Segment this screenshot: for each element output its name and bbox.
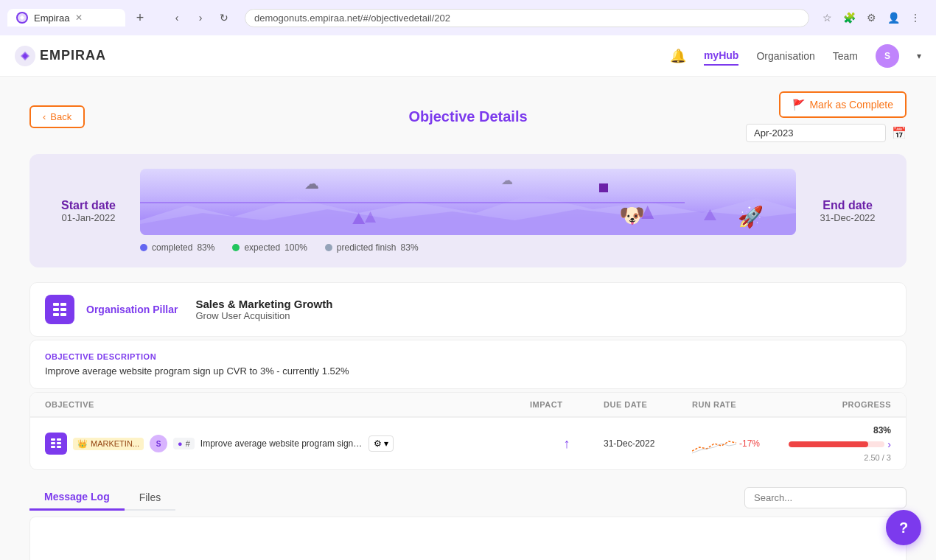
tab-message-log[interactable]: Message Log (29, 485, 125, 511)
address-bar[interactable]: demogonuts.empiraa.net/#/objectivedetail… (245, 9, 809, 27)
tab-close-button[interactable]: ✕ (75, 13, 83, 23)
back-button[interactable]: ‹ Back (29, 105, 85, 128)
gear-settings-button[interactable]: ⚙ ▾ (369, 435, 394, 452)
col-objective: OBJECTIVE (45, 400, 530, 409)
nav-organisation[interactable]: Organisation (756, 47, 814, 65)
gear-icon: ⚙ (374, 438, 382, 449)
predicted-dot (325, 244, 332, 251)
mountain-svg (140, 183, 796, 235)
run-rate-cell: -17% (692, 433, 780, 455)
impact-up-arrow-icon: ↑ (564, 436, 570, 452)
svg-rect-14 (51, 442, 55, 444)
avatar-sm-initial: S (156, 440, 161, 448)
notification-bell-icon[interactable]: 🔔 (670, 48, 686, 64)
pillar-details: Sales & Marketing Growth Grow User Acqui… (195, 298, 332, 321)
progress-cell: 83% › 2.50 / 3 (780, 425, 891, 462)
mark-complete-button[interactable]: 🚩 Mark as Complete (779, 91, 907, 118)
search-input[interactable] (744, 487, 907, 508)
pillar-sub: Grow User Acquisition (195, 310, 332, 321)
objective-table: OBJECTIVE IMPACT DUE DATE RUN RATE PROGR… (29, 392, 907, 470)
objective-description-section: OBJECTIVE DESCRIPTION Improve average we… (29, 340, 907, 389)
svg-rect-8 (53, 308, 59, 311)
pillar-icon (45, 295, 74, 324)
progress-count: 2.50 / 3 (864, 453, 891, 462)
reload-button[interactable]: ↻ (214, 7, 234, 28)
avatar-dropdown-chevron-icon[interactable]: ▾ (917, 51, 921, 61)
back-nav-button[interactable]: ‹ (167, 7, 187, 28)
nav-links: 🔔 myHub Organisation Team S ▾ (670, 44, 921, 68)
completed-dot (140, 244, 147, 251)
svg-rect-16 (51, 446, 55, 448)
progress-dot (599, 183, 608, 192)
expected-pct: 100% (284, 242, 307, 253)
progress-bar-outer (789, 441, 884, 447)
start-date-block: Start date 01-Jan-2022 (52, 199, 125, 223)
nav-myhub[interactable]: myHub (704, 46, 738, 66)
progress-legend: completed 83% expected 100% predicted fi… (140, 242, 796, 253)
run-rate-chart (692, 433, 736, 455)
marketing-label: MARKETIN... (91, 439, 139, 448)
progress-next-icon: › (887, 438, 891, 450)
rocket-icon: 🚀 (738, 205, 764, 229)
completed-pct: 83% (197, 242, 214, 253)
browser-nav-controls: ‹ › ↻ (161, 4, 240, 31)
hash-icon: # (186, 439, 190, 448)
progress-pct: 83% (873, 425, 891, 435)
legend-predicted: predicted finish 83% (325, 242, 419, 253)
predicted-label: predicted finish (337, 242, 397, 253)
date-input[interactable] (746, 124, 886, 142)
pillar-grid-icon (52, 301, 68, 318)
bookmark-icon[interactable]: ☆ (820, 10, 834, 25)
obj-desc-text: Improve average website program sign up … (45, 365, 891, 377)
browser-tab[interactable]: Empiraa ✕ (7, 9, 125, 27)
start-date-label: Start date (52, 199, 125, 212)
new-tab-button[interactable]: + (131, 9, 149, 27)
calendar-icon[interactable]: 📅 (892, 126, 907, 140)
page-title: Objective Details (408, 108, 527, 125)
end-date-block: End date 31-Dec-2022 (811, 199, 884, 223)
gear-dropdown-icon: ▾ (384, 438, 388, 449)
logo-text: EMPIRAA (40, 48, 106, 63)
forward-nav-button[interactable]: › (190, 7, 211, 28)
progress-line (140, 202, 685, 203)
flag-icon: 🚩 (792, 99, 805, 111)
timeline-illustration: 🐶 🚀 ☁ ☁ (140, 169, 796, 235)
legend-expected: expected 100% (232, 242, 307, 253)
user-avatar-sm: S (150, 435, 167, 452)
svg-rect-12 (51, 438, 55, 441)
app-logo[interactable]: EMPIRAA (15, 46, 106, 66)
nav-team[interactable]: Team (833, 47, 858, 65)
svg-rect-11 (60, 313, 66, 316)
back-chevron-icon: ‹ (43, 111, 46, 122)
pillar-label: Organisation Pillar (86, 304, 178, 315)
col-progress: PROGRESS (780, 400, 891, 409)
predicted-pct: 83% (401, 242, 419, 253)
avatar-initials: S (884, 51, 890, 61)
logo-icon (15, 46, 35, 66)
purple-dot-icon: ● (178, 439, 183, 448)
profile-icon[interactable]: 👤 (886, 10, 901, 25)
expected-dot (232, 244, 240, 251)
start-date-value: 01-Jan-2022 (52, 212, 125, 223)
end-date-label: End date (811, 199, 884, 212)
timeline-section: Start date 01-Jan-2022 (29, 154, 907, 267)
svg-rect-17 (57, 446, 61, 448)
col-impact: IMPACT (530, 400, 604, 409)
extensions-icon[interactable]: ⚙ (864, 10, 879, 25)
end-date-value: 31-Dec-2022 (811, 212, 884, 223)
help-button[interactable]: ? (886, 510, 921, 545)
cloud-icon-2: ☁ (501, 173, 513, 187)
crown-icon: 👑 (77, 439, 88, 449)
progress-bar-row: › (789, 438, 891, 450)
more-icon[interactable]: ⋮ (908, 10, 923, 25)
message-area[interactable] (29, 517, 907, 560)
extension-icon[interactable]: 🧩 (842, 10, 856, 25)
hash-badge: ● # (173, 438, 195, 449)
tab-files[interactable]: Files (125, 486, 176, 509)
user-avatar[interactable]: S (876, 44, 899, 68)
table-row: 👑 MARKETIN... S ● # Improve average webs… (30, 417, 906, 469)
header-right: 🚩 Mark as Complete 📅 (746, 91, 907, 142)
svg-rect-7 (60, 303, 66, 306)
pillar-section: Organisation Pillar Sales & Marketing Gr… (29, 282, 907, 337)
run-rate-value: -17% (739, 438, 760, 449)
